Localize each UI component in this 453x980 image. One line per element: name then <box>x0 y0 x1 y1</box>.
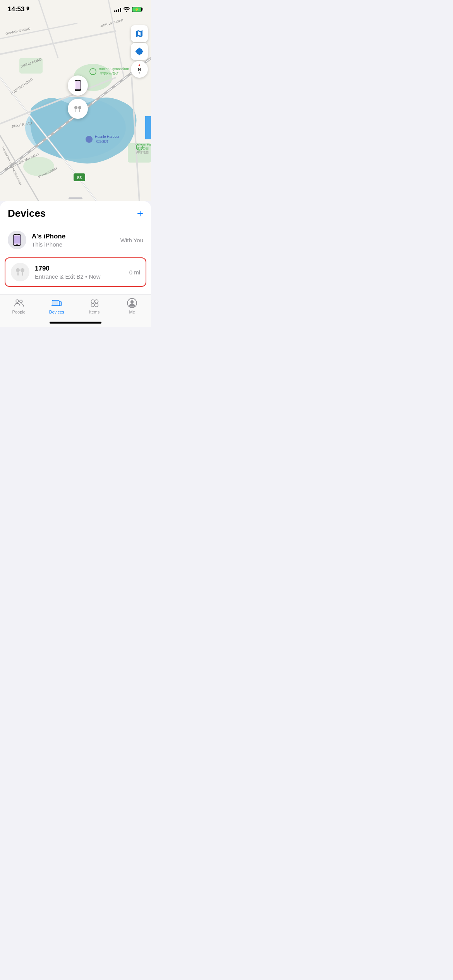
svg-point-30 <box>74 106 77 109</box>
svg-rect-29 <box>77 81 79 81</box>
iphone-status: With You <box>120 237 143 243</box>
iphone-map-marker[interactable] <box>68 75 88 96</box>
items-icon <box>89 298 100 308</box>
svg-rect-48 <box>53 301 58 305</box>
map-area[interactable]: XINHU ROAD LUOTIAN ROAD JINKE ROAD GUANG… <box>0 0 151 201</box>
wifi-icon <box>124 7 130 12</box>
svg-point-41 <box>21 268 24 272</box>
svg-point-43 <box>16 300 19 302</box>
home-indicator <box>50 322 101 324</box>
device-item-airpods[interactable]: 1790 Entrance & Exit B2 • Now 0 mi <box>5 257 146 287</box>
svg-text:宝安区体育馆: 宝安区体育馆 <box>100 72 118 75</box>
map-buttons: ▲ N ▼ <box>131 25 148 78</box>
people-icon <box>14 298 24 308</box>
svg-text:Guiwan Park: Guiwan Park <box>136 143 151 146</box>
svg-point-57 <box>130 300 134 303</box>
status-bar: 14:53 ⚡ <box>0 0 151 15</box>
me-icon <box>127 298 137 308</box>
svg-text:桂湾公园: 桂湾公园 <box>136 147 149 150</box>
svg-rect-50 <box>60 302 61 305</box>
svg-rect-31 <box>76 109 76 112</box>
status-time: 14:53 <box>8 5 30 13</box>
svg-line-46 <box>18 303 19 304</box>
status-icons: ⚡ <box>114 7 143 12</box>
tab-people[interactable]: People <box>0 298 38 314</box>
map-view-button[interactable] <box>131 25 148 42</box>
svg-line-45 <box>15 303 16 304</box>
tab-items-label: Items <box>89 310 100 314</box>
sheet-title: Devices <box>8 207 46 219</box>
tab-items[interactable]: Items <box>76 298 113 314</box>
svg-rect-37 <box>14 236 21 243</box>
svg-rect-38 <box>16 244 18 245</box>
svg-text:Huanle Harbour: Huanle Harbour <box>95 135 120 139</box>
svg-rect-33 <box>79 109 80 112</box>
svg-point-53 <box>95 300 98 303</box>
svg-point-54 <box>91 303 94 307</box>
svg-text:S3: S3 <box>77 176 82 180</box>
add-device-button[interactable]: + <box>137 208 143 219</box>
svg-rect-36 <box>16 235 18 235</box>
airpods-subtitle: Entrance & Exit B2 • Now <box>35 273 129 280</box>
airpods-map-marker[interactable] <box>68 99 88 119</box>
device-item-iphone[interactable]: A's iPhone This iPhone With You <box>0 225 151 255</box>
signal-icon <box>114 7 121 12</box>
svg-text:欢乐港湾: 欢乐港湾 <box>96 140 108 143</box>
svg-rect-40 <box>17 272 19 276</box>
svg-point-52 <box>91 300 94 303</box>
iphone-name: A's iPhone <box>32 233 120 240</box>
device-list: A's iPhone This iPhone With You 1790 Ent… <box>0 225 151 287</box>
compass-button[interactable]: ▲ N ▼ <box>131 61 148 78</box>
svg-rect-26 <box>145 116 151 139</box>
device-info-airpods: 1790 Entrance & Exit B2 • Now <box>35 265 129 280</box>
svg-rect-42 <box>22 272 23 276</box>
device-icon-iphone <box>8 231 26 249</box>
svg-rect-28 <box>75 81 81 89</box>
svg-text:高德地图: 高德地图 <box>136 151 149 154</box>
svg-point-55 <box>95 303 98 307</box>
svg-point-32 <box>78 106 81 109</box>
airpods-status: 0 mi <box>129 269 140 276</box>
location-icon <box>26 7 30 12</box>
battery-icon: ⚡ <box>132 7 143 12</box>
devices-icon <box>51 298 62 308</box>
iphone-subtitle: This iPhone <box>32 241 120 248</box>
tab-me-label: Me <box>129 310 135 314</box>
tab-devices-label: Devices <box>49 310 64 314</box>
location-button[interactable] <box>131 43 148 60</box>
device-icon-airpods <box>11 263 29 281</box>
svg-text:Bao'an Gymnasium: Bao'an Gymnasium <box>99 67 129 71</box>
svg-point-51 <box>60 305 60 305</box>
svg-point-39 <box>16 268 20 272</box>
svg-point-17 <box>86 136 93 143</box>
tab-devices[interactable]: Devices <box>38 298 76 314</box>
tab-people-label: People <box>12 310 26 314</box>
airpods-name: 1790 <box>35 265 129 272</box>
tab-me[interactable]: Me <box>113 298 151 314</box>
device-info-iphone: A's iPhone This iPhone <box>32 233 120 248</box>
sheet-header: Devices + <box>0 207 151 225</box>
drag-handle[interactable] <box>69 197 82 199</box>
svg-point-44 <box>19 300 22 303</box>
